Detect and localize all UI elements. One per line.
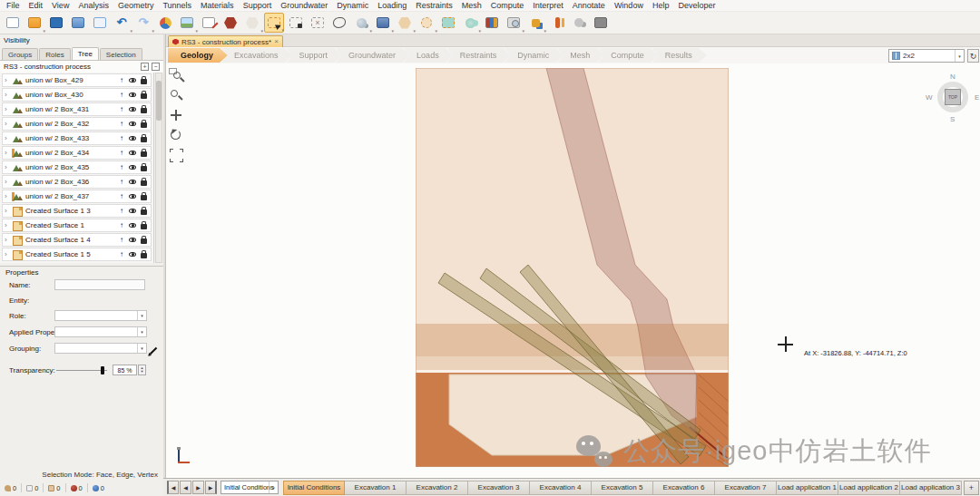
move-up-icon[interactable] bbox=[116, 103, 127, 115]
workflow-tab-loads[interactable]: Loads bbox=[404, 48, 454, 63]
visibility-eye-icon[interactable] bbox=[127, 219, 138, 231]
stage-tab-excavation-1[interactable]: Excavation 1 bbox=[345, 481, 407, 495]
move-up-icon[interactable] bbox=[116, 74, 127, 86]
lock-icon[interactable] bbox=[138, 161, 149, 173]
workflow-tab-mesh[interactable]: Mesh bbox=[557, 48, 604, 63]
lock-icon[interactable] bbox=[138, 103, 149, 115]
tree-scrollbar[interactable] bbox=[155, 73, 162, 263]
dropdown-caret-icon[interactable] bbox=[413, 28, 416, 34]
expand-chevron-icon[interactable] bbox=[5, 150, 12, 157]
move-up-icon[interactable] bbox=[116, 205, 127, 217]
rotate-view-button[interactable] bbox=[169, 128, 184, 143]
tree-row[interactable]: union w/ 2 Box_436 bbox=[2, 175, 152, 189]
tree-row[interactable]: union w/ 2 Box_437 bbox=[2, 190, 152, 203]
expand-chevron-icon[interactable] bbox=[5, 77, 12, 84]
fullscreen-button[interactable] bbox=[169, 148, 184, 163]
stage-tab-excavation-7[interactable]: Excavation 7 bbox=[715, 481, 777, 495]
menu-loading[interactable]: Loading bbox=[373, 1, 411, 10]
move-up-icon[interactable] bbox=[116, 89, 127, 101]
tree-row[interactable]: Created Surface 1 3 bbox=[2, 204, 152, 218]
box-button[interactable] bbox=[242, 13, 262, 33]
visibility-eye-icon[interactable] bbox=[127, 118, 138, 130]
lock-icon[interactable] bbox=[138, 74, 149, 86]
dropdown-caret-icon[interactable] bbox=[369, 28, 372, 34]
selx-button[interactable] bbox=[308, 13, 328, 33]
visibility-eye-icon[interactable] bbox=[127, 190, 138, 202]
printer3d-button[interactable] bbox=[591, 13, 611, 33]
move-up-icon[interactable] bbox=[116, 219, 127, 231]
visibility-eye-icon[interactable] bbox=[127, 248, 138, 260]
workflow-tab-excavations[interactable]: Excavations bbox=[221, 48, 293, 63]
chevron-down-icon[interactable] bbox=[269, 481, 278, 493]
collapse-all-button[interactable] bbox=[152, 63, 160, 71]
cubes-button[interactable] bbox=[525, 13, 545, 33]
move-up-icon[interactable] bbox=[116, 234, 127, 246]
menu-edit[interactable]: Edit bbox=[24, 1, 48, 10]
visibility-eye-icon[interactable] bbox=[127, 103, 138, 115]
spheres2-button[interactable] bbox=[569, 13, 589, 33]
edit-grouping-pencil-icon[interactable] bbox=[150, 347, 157, 355]
dropdown-caret-icon[interactable] bbox=[260, 28, 263, 34]
last-stage-button[interactable] bbox=[205, 481, 217, 494]
visibility-eye-icon[interactable] bbox=[127, 234, 138, 246]
tree-row[interactable]: union w/ 2 Box_434 bbox=[2, 146, 152, 160]
tree-row[interactable]: Created Surface 1 4 bbox=[2, 233, 152, 247]
visibility-eye-icon[interactable] bbox=[127, 205, 138, 217]
dropdown-caret-icon[interactable] bbox=[391, 28, 394, 34]
compass-east[interactable]: E bbox=[975, 93, 979, 102]
move-up-icon[interactable] bbox=[116, 190, 127, 202]
refresh-views-button[interactable] bbox=[967, 49, 979, 63]
view-layout-select[interactable]: 2x2 bbox=[888, 49, 965, 63]
stage-tab-excavation-2[interactable]: Excavation 2 bbox=[407, 481, 468, 495]
menu-analysis[interactable]: Analysis bbox=[74, 1, 113, 10]
visibility-eye-icon[interactable] bbox=[127, 89, 138, 101]
chevron-down-icon[interactable] bbox=[137, 344, 146, 353]
3d-viewport[interactable]: N W TOP E S At X: -31826.88, Y: -44714.7… bbox=[166, 63, 980, 478]
transparency-slider-thumb[interactable] bbox=[101, 366, 104, 374]
stage-tab-excavation-5[interactable]: Excavation 5 bbox=[592, 481, 653, 495]
applied-property-select[interactable] bbox=[54, 326, 147, 337]
menu-help[interactable]: Help bbox=[648, 1, 674, 10]
stage-tab-initial-conditions[interactable]: Initial Conditions bbox=[283, 481, 345, 495]
lock-icon[interactable] bbox=[138, 205, 149, 217]
lock-icon[interactable] bbox=[138, 89, 149, 101]
add-stage-button[interactable]: + bbox=[964, 481, 979, 495]
close-tab-icon[interactable] bbox=[274, 38, 279, 45]
move-up-icon[interactable] bbox=[116, 132, 127, 144]
expand-chevron-icon[interactable] bbox=[5, 193, 12, 200]
tree-row[interactable]: union w/ 2 Box_435 bbox=[2, 160, 152, 174]
stage-tab-load-application-3[interactable]: Load application 3 bbox=[900, 481, 962, 495]
grouping-select[interactable] bbox=[54, 343, 147, 354]
lock-icon[interactable] bbox=[138, 219, 149, 231]
menu-restraints[interactable]: Restraints bbox=[411, 1, 457, 10]
first-stage-button[interactable] bbox=[167, 481, 179, 494]
menu-compute[interactable]: Compute bbox=[486, 1, 529, 10]
menu-developer[interactable]: Developer bbox=[673, 1, 720, 10]
redo-button[interactable] bbox=[133, 13, 153, 33]
visibility-eye-icon[interactable] bbox=[127, 132, 138, 144]
selwin-button[interactable] bbox=[264, 13, 284, 33]
shelf-button[interactable] bbox=[482, 13, 502, 33]
spheres-button[interactable] bbox=[351, 13, 371, 33]
lasso-button[interactable] bbox=[329, 13, 349, 33]
compass-top-face[interactable]: TOP bbox=[945, 89, 961, 105]
lock-icon[interactable] bbox=[138, 118, 149, 130]
role-select[interactable] bbox=[54, 310, 147, 321]
dropdown-caret-icon[interactable] bbox=[435, 28, 437, 34]
pie-button[interactable] bbox=[155, 13, 175, 33]
next-stage-button[interactable] bbox=[192, 481, 204, 494]
open-button[interactable] bbox=[24, 13, 44, 33]
visibility-eye-icon[interactable] bbox=[127, 74, 138, 86]
scrollbar-thumb[interactable] bbox=[156, 81, 162, 121]
expand-chevron-icon[interactable] bbox=[5, 251, 12, 258]
move-up-icon[interactable] bbox=[116, 161, 127, 173]
material-button[interactable] bbox=[220, 13, 240, 33]
new-button[interactable] bbox=[3, 13, 23, 33]
menu-geometry[interactable]: Geometry bbox=[113, 1, 159, 10]
expand-chevron-icon[interactable] bbox=[5, 121, 12, 128]
sellock-button[interactable] bbox=[286, 13, 306, 33]
camera-button[interactable] bbox=[504, 13, 524, 33]
expand-chevron-icon[interactable] bbox=[5, 222, 12, 229]
lock-icon[interactable] bbox=[138, 176, 149, 188]
apply-button[interactable] bbox=[373, 13, 393, 33]
